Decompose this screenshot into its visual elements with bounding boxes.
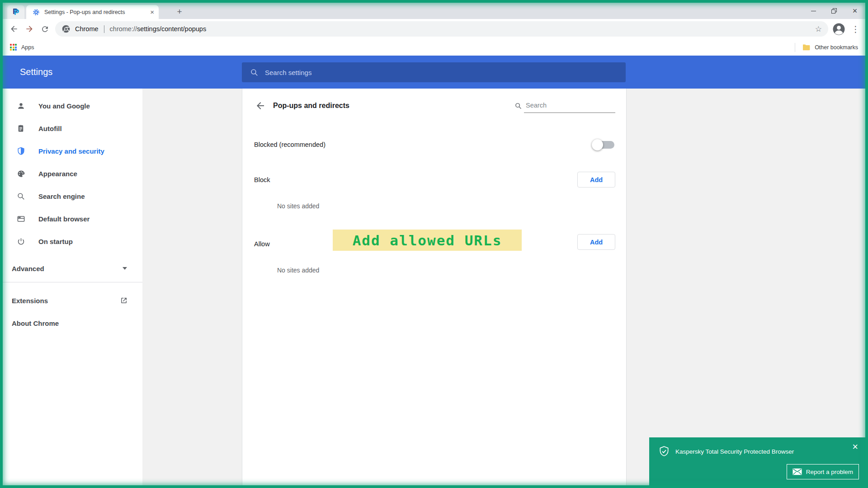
kaspersky-title: Kaspersky Total Security Protected Brows…: [675, 448, 794, 455]
url-scheme: chrome://: [110, 25, 137, 33]
sidebar-item-privacy-security[interactable]: Privacy and security: [3, 142, 142, 160]
apps-grid-icon: [10, 44, 17, 51]
magnifier-icon: [16, 192, 25, 201]
block-empty-text: No sites added: [277, 202, 319, 210]
folder-icon: [802, 44, 810, 51]
paypal-icon-front: P: [14, 8, 19, 17]
bookmark-star-icon[interactable]: ☆: [815, 24, 822, 34]
settings-search-placeholder: Search settings: [265, 69, 311, 76]
browser-toolbar: Chrome chrome://settings/content/popups …: [3, 19, 865, 39]
page-search-placeholder: Search: [524, 101, 615, 113]
bookmarks-divider: [795, 43, 795, 52]
close-icon[interactable]: ×: [852, 442, 858, 452]
chrome-page-icon: [61, 24, 71, 33]
page-title: Pop-ups and redirects: [273, 102, 349, 110]
block-add-button[interactable]: Add: [577, 172, 615, 188]
bookmarks-bar: Apps Other bookmarks: [3, 39, 865, 56]
minimize-icon: [811, 11, 816, 11]
tab-title: Settings - Pop-ups and redirects: [44, 9, 147, 15]
tab-close-icon[interactable]: ×: [150, 9, 154, 15]
popups-settings-card: Pop-ups and redirects Search Blocked (re…: [242, 89, 627, 485]
settings-gear-favicon: [33, 9, 40, 16]
sidebar-item-on-startup[interactable]: On startup: [3, 232, 142, 250]
chevron-down-icon: [123, 267, 127, 270]
window-controls: ×: [803, 3, 865, 19]
sidebar-extensions[interactable]: Extensions: [3, 291, 142, 310]
annotation-text: Add allowed URLs: [353, 232, 502, 249]
sidebar-item-appearance[interactable]: Appearance: [3, 164, 142, 183]
sidebar-item-you-and-google[interactable]: You and Google: [3, 97, 142, 115]
search-icon: [514, 102, 522, 110]
sidebar-divider: [3, 282, 142, 282]
report-problem-button[interactable]: Report a problem: [787, 464, 859, 479]
blocked-label: Blocked (recommended): [254, 141, 326, 148]
toggle-knob: [592, 139, 603, 150]
shield-icon: [16, 146, 25, 155]
address-bar[interactable]: Chrome chrome://settings/content/popups …: [55, 21, 828, 37]
allow-section-label: Allow: [254, 240, 270, 248]
url-separator: [104, 25, 104, 33]
sidebar-advanced[interactable]: Advanced: [3, 259, 142, 277]
maximize-button[interactable]: [824, 3, 844, 19]
blocked-toggle[interactable]: [592, 139, 615, 150]
tab-settings[interactable]: Settings - Pop-ups and redirects ×: [26, 5, 159, 19]
settings-page: You and Google Autofill Privacy and secu…: [3, 89, 865, 485]
person-icon: [16, 101, 25, 110]
sidebar-item-autofill[interactable]: Autofill: [3, 119, 142, 137]
back-button[interactable]: [6, 21, 22, 37]
menu-icon[interactable]: ⋮: [851, 24, 860, 34]
reload-button[interactable]: [37, 21, 52, 37]
forward-button[interactable]: [22, 21, 37, 37]
profile-avatar[interactable]: [833, 23, 845, 35]
clipboard-icon: [16, 124, 25, 133]
restore-icon: [831, 8, 837, 14]
back-arrow-icon[interactable]: [255, 100, 266, 111]
envelope-icon: [793, 468, 802, 475]
settings-sidebar: You and Google Autofill Privacy and secu…: [3, 89, 142, 485]
kaspersky-notification: Kaspersky Total Security Protected Brows…: [649, 437, 865, 485]
power-icon: [16, 237, 25, 246]
palette-icon: [16, 169, 25, 178]
settings-search-box[interactable]: Search settings: [242, 62, 626, 82]
url-path: settings/content/popups: [137, 25, 206, 33]
other-bookmarks[interactable]: Other bookmarks: [815, 44, 858, 51]
sidebar-item-search-engine[interactable]: Search engine: [3, 187, 142, 205]
settings-header: Settings Search settings: [3, 56, 865, 89]
search-icon: [250, 68, 259, 77]
sidebar-item-default-browser[interactable]: Default browser: [3, 210, 142, 228]
block-section-label: Block: [254, 176, 270, 183]
new-tab-button[interactable]: +: [174, 6, 185, 18]
tab-strip: P P Settings - Pop-ups and redirects × +…: [3, 3, 865, 19]
pinned-tab-paypal[interactable]: P P: [7, 5, 24, 19]
allow-add-button[interactable]: Add: [577, 234, 615, 250]
allow-empty-text: No sites added: [277, 267, 319, 274]
settings-title: Settings: [20, 56, 52, 89]
blocked-toggle-row: Blocked (recommended): [254, 136, 615, 154]
annotation-highlight: Add allowed URLs: [333, 230, 522, 251]
external-link-icon: [120, 296, 128, 305]
kaspersky-shield-icon: [658, 446, 670, 457]
close-window-button[interactable]: ×: [844, 3, 865, 19]
apps-shortcut[interactable]: Apps: [21, 44, 34, 51]
site-label: Chrome: [75, 25, 99, 33]
page-search-field[interactable]: Search: [514, 101, 615, 113]
sidebar-about-chrome[interactable]: About Chrome: [3, 314, 142, 332]
minimize-button[interactable]: [803, 3, 824, 19]
browser-window-icon: [16, 214, 25, 223]
